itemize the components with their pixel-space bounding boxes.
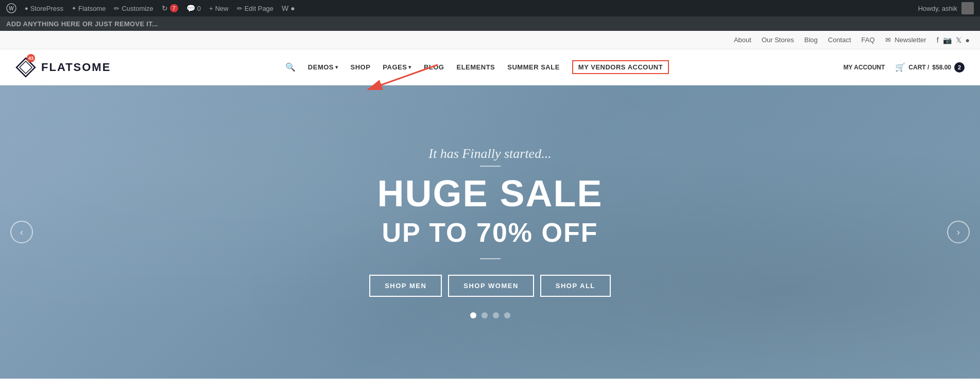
nav-pages[interactable]: PAGES ▾ (383, 63, 411, 71)
cart-icon: 🛒 (895, 62, 905, 72)
comments-count: 0 (197, 5, 201, 12)
wp-icon-item[interactable]: W ● (282, 4, 295, 12)
social-links: f 📷 𝕏 ● (937, 36, 970, 44)
instagram-icon[interactable]: 📷 (943, 36, 952, 44)
hero-dot-2[interactable] (482, 312, 488, 318)
top-nav-contact[interactable]: Contact (828, 36, 851, 44)
cart-label: CART / (908, 64, 929, 71)
hero-divider2 (480, 258, 501, 259)
hero-dot-1[interactable] (470, 312, 476, 318)
shop-all-button[interactable]: SHOP ALL (540, 275, 611, 297)
nav-summer-sale[interactable]: SUMMER SALE (507, 63, 560, 71)
admin-bar: W ● StorePress ✦ Flatsome ✏ Customize ↻ … (0, 0, 980, 16)
logo-area[interactable]: 43 FLATSOME (15, 57, 111, 78)
admin-bar-right: Howdy, ashik (918, 2, 974, 14)
shop-women-button[interactable]: SHOP WOMEN (448, 275, 534, 297)
nav-blog[interactable]: BLOG (424, 63, 444, 71)
hero-subtitle: It has Finally started... (369, 146, 611, 162)
envelope-icon: ✉ (885, 36, 891, 44)
flatsome-label: Flatsome (78, 5, 106, 12)
cart-button[interactable]: 🛒 CART / $58.00 2 (895, 62, 965, 73)
hero-dot-4[interactable] (504, 312, 510, 318)
top-nav: About Our Stores Blog Contact FAQ ✉ News… (0, 31, 980, 49)
comments-item[interactable]: 💬 0 (186, 4, 201, 12)
howdy-label: Howdy, ashik (918, 5, 957, 12)
hero-divider (480, 166, 501, 167)
customize-label: Customize (122, 5, 153, 12)
cart-count-badge: 2 (954, 62, 965, 73)
hero-dot-3[interactable] (493, 312, 499, 318)
twitter-icon[interactable]: 𝕏 (956, 36, 961, 44)
chevron-down-icon: ▾ (335, 64, 338, 70)
nav-vendors-account[interactable]: MY VENDORS ACCOUNT (572, 60, 669, 74)
cart-amount: $58.00 (932, 64, 951, 71)
logo-badge: 43 (27, 54, 35, 62)
hero-content: It has Finally started... HUGE SALE UP T… (369, 146, 611, 318)
storepress-item[interactable]: ● StorePress (25, 5, 63, 12)
chevron-down-icon: ▾ (408, 64, 411, 70)
hero-banner: ‹ It has Finally started... HUGE SALE UP… (0, 85, 980, 379)
hero-buttons: SHOP MEN SHOP WOMEN SHOP ALL (369, 275, 611, 297)
main-header: 43 FLATSOME 🔍 DEMOS ▾ SHOP PAGES ▾ BLOG … (0, 49, 980, 85)
new-item[interactable]: + New (209, 5, 229, 12)
svg-text:W: W (9, 6, 14, 11)
top-nav-faq[interactable]: FAQ (862, 36, 875, 44)
pinterest-icon[interactable]: ● (966, 36, 970, 44)
logo-text: FLATSOME (41, 61, 111, 74)
new-label: New (215, 5, 229, 12)
top-nav-blog[interactable]: Blog (804, 36, 818, 44)
user-avatar (961, 2, 974, 14)
hero-percent: UP TO 70% OFF (369, 217, 611, 248)
shop-men-button[interactable]: SHOP MEN (369, 275, 442, 297)
hero-title: HUGE SALE (369, 175, 611, 212)
top-nav-our-stores[interactable]: Our Stores (762, 36, 794, 44)
header-right: MY ACCOUNT 🛒 CART / $58.00 2 (844, 62, 965, 73)
search-icon[interactable]: 🔍 (285, 62, 296, 72)
top-nav-about[interactable]: About (734, 36, 751, 44)
facebook-icon[interactable]: f (937, 36, 939, 44)
edit-page-item[interactable]: ✏ Edit Page (237, 5, 273, 12)
chevron-right-icon: › (957, 227, 960, 238)
wp-logo-item[interactable]: W (6, 3, 16, 13)
updates-badge: 7 (170, 4, 178, 12)
carousel-next-button[interactable]: › (947, 221, 970, 243)
hero-dots (369, 312, 611, 318)
nav-elements[interactable]: ELEMENTS (456, 63, 495, 71)
main-nav: 🔍 DEMOS ▾ SHOP PAGES ▾ BLOG ELEMENTS SUM… (285, 60, 669, 74)
nav-demos[interactable]: DEMOS ▾ (308, 63, 338, 71)
storepress-label: StorePress (30, 5, 63, 12)
top-nav-newsletter[interactable]: ✉ Newsletter (885, 36, 926, 44)
chevron-left-icon: ‹ (20, 227, 23, 238)
carousel-prev-button[interactable]: ‹ (10, 221, 33, 243)
admin-bar-left: W ● StorePress ✦ Flatsome ✏ Customize ↻ … (6, 3, 295, 13)
nav-shop[interactable]: SHOP (351, 63, 371, 71)
add-anything-bar: ADD ANYTHING HERE OR JUST REMOVE IT... (0, 16, 980, 31)
edit-page-label: Edit Page (245, 5, 273, 12)
updates-item[interactable]: ↻ 7 (162, 4, 178, 12)
customize-item[interactable]: ✏ Customize (114, 5, 153, 12)
add-anything-text: ADD ANYTHING HERE OR JUST REMOVE IT... (6, 20, 158, 28)
my-account-link[interactable]: MY ACCOUNT (844, 64, 885, 71)
flatsome-item[interactable]: ✦ Flatsome (72, 5, 106, 12)
